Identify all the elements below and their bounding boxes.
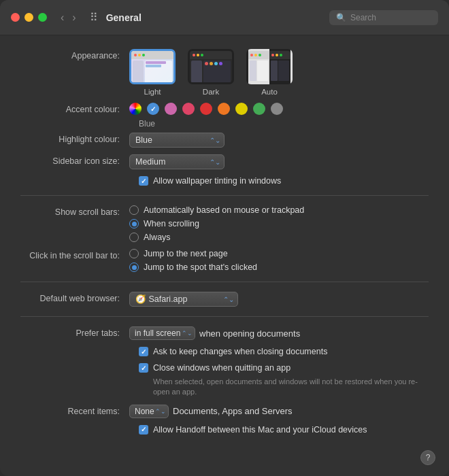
- wallpaper-tinting-row: ✓ Allow wallpaper tinting in windows: [20, 176, 429, 186]
- minimize-button[interactable]: [24, 13, 33, 22]
- appearance-label: Appearance:: [20, 49, 129, 61]
- wallpaper-control: ✓ Allow wallpaper tinting in windows: [139, 176, 429, 186]
- ask-keep-changes-row: ✓ Ask to keep changes when closing docum…: [20, 347, 429, 356]
- appearance-auto-thumb: [246, 49, 293, 84]
- search-icon: 🔍: [336, 13, 346, 22]
- default-browser-row: Default web browser: 🧭 Safari.app: [20, 292, 429, 307]
- titlebar-title: General: [106, 12, 321, 23]
- appearance-dark-thumb: [188, 49, 234, 84]
- recent-items-select[interactable]: None: [129, 405, 169, 418]
- ask-keep-changes-checkbox[interactable]: ✓: [139, 347, 148, 356]
- recent-items-control: None Documents, Apps and Servers: [129, 405, 429, 418]
- appearance-light-label: Light: [144, 88, 161, 96]
- recent-items-row: Recent items: None Documents, Apps and S…: [20, 405, 429, 418]
- default-browser-label: Default web browser:: [20, 292, 129, 303]
- handoff-row: ✓ Allow Handoff between this Mac and you…: [20, 425, 429, 435]
- content-area: Appearance:: [0, 35, 449, 476]
- close-button[interactable]: [11, 13, 20, 22]
- handoff-label: Allow Handoff between this Mac and your …: [153, 425, 367, 435]
- default-browser-control: 🧭 Safari.app: [129, 292, 429, 307]
- click-next-page-radio[interactable]: [129, 249, 139, 258]
- sidebar-icon-size-select[interactable]: Medium: [129, 154, 224, 169]
- accent-selected-name: Blue: [139, 119, 155, 129]
- prefer-tabs-row: Prefer tabs: in full screen when opening…: [20, 326, 429, 340]
- prefer-tabs-label: Prefer tabs:: [20, 326, 129, 338]
- click-scroll-radio-group: Jump to the next page Jump to the spot t…: [129, 249, 257, 272]
- ask-keep-changes-label: Ask to keep changes when closing documen…: [153, 347, 327, 356]
- grid-icon[interactable]: ⠿: [90, 11, 98, 24]
- accent-colour-control: [129, 103, 429, 115]
- accent-purple[interactable]: [165, 103, 177, 115]
- search-bar: 🔍: [329, 10, 438, 25]
- forward-button[interactable]: ›: [69, 11, 78, 24]
- back-button[interactable]: ‹: [58, 11, 67, 24]
- close-windows-control: ✓ Close windows when quitting an app Whe…: [139, 363, 429, 398]
- help-button[interactable]: ?: [420, 450, 435, 465]
- appearance-light[interactable]: Light: [129, 49, 176, 96]
- appearance-auto-label: Auto: [261, 88, 278, 96]
- scroll-auto-label: Automatically based on mouse or trackpad: [144, 205, 304, 215]
- highlight-colour-select-wrapper: Blue: [129, 133, 224, 148]
- recent-items-label: Recent items:: [20, 405, 129, 416]
- default-browser-select-wrapper: 🧭 Safari.app: [129, 292, 238, 307]
- handoff-checkbox[interactable]: ✓: [139, 425, 148, 435]
- scroll-always-label: Always: [144, 233, 171, 242]
- wallpaper-checkbox[interactable]: ✓: [139, 176, 148, 186]
- close-windows-subtext: When selected, open documents and window…: [139, 377, 429, 398]
- highlight-colour-select[interactable]: Blue: [129, 133, 224, 148]
- prefer-tabs-select[interactable]: in full screen: [129, 326, 195, 340]
- ask-keep-changes-control: ✓ Ask to keep changes when closing docum…: [139, 347, 429, 356]
- close-windows-checkbox[interactable]: ✓: [139, 363, 148, 373]
- accent-red[interactable]: [200, 103, 212, 115]
- click-spot-clicked-radio[interactable]: [129, 262, 139, 272]
- appearance-options: Light: [129, 49, 293, 96]
- scroll-when-scrolling-radio[interactable]: [129, 219, 139, 228]
- traffic-lights: [11, 13, 47, 22]
- sidebar-icon-size-label: Sidebar icon size:: [20, 154, 129, 166]
- accent-green[interactable]: [253, 103, 265, 115]
- accent-yellow[interactable]: [235, 103, 248, 115]
- accent-orange[interactable]: [218, 103, 230, 115]
- click-spot-clicked-label: Jump to the spot that's clicked: [144, 262, 257, 272]
- scroll-always-item: Always: [129, 233, 304, 242]
- divider-1: [20, 195, 429, 196]
- titlebar: ‹ › ⠿ General 🔍: [0, 0, 449, 35]
- recent-items-suffix: Documents, Apps and Servers: [173, 406, 293, 416]
- click-scroll-bar-row: Click in the scroll bar to: Jump to the …: [20, 249, 429, 272]
- click-next-page-item: Jump to the next page: [129, 249, 257, 258]
- scroll-always-radio[interactable]: [129, 233, 139, 242]
- appearance-dark-label: Dark: [203, 88, 219, 96]
- highlight-colour-row: Highlight colour: Blue: [20, 133, 429, 148]
- accent-colors: [129, 103, 283, 115]
- show-scroll-bars-row: Show scroll bars: Automatically based on…: [20, 205, 429, 242]
- search-input[interactable]: [350, 13, 431, 22]
- accent-blue[interactable]: [147, 103, 159, 115]
- maximize-button[interactable]: [38, 13, 47, 22]
- scroll-auto-item: Automatically based on mouse or trackpad: [129, 205, 304, 215]
- appearance-control: Light: [129, 49, 429, 96]
- appearance-auto[interactable]: Auto: [246, 49, 293, 96]
- click-scroll-bar-control: Jump to the next page Jump to the spot t…: [129, 249, 429, 272]
- highlight-colour-label: Highlight colour:: [20, 133, 129, 144]
- appearance-dark[interactable]: Dark: [188, 49, 234, 96]
- divider-2: [20, 282, 429, 282]
- scroll-bars-radio-group: Automatically based on mouse or trackpad…: [129, 205, 304, 242]
- show-scroll-bars-control: Automatically based on mouse or trackpad…: [129, 205, 429, 242]
- accent-multicolor[interactable]: [129, 103, 142, 115]
- close-windows-label: Close windows when quitting an app: [153, 363, 290, 373]
- highlight-colour-control: Blue: [129, 133, 429, 148]
- appearance-row: Appearance:: [20, 49, 429, 96]
- recent-items-select-wrapper: None: [129, 405, 169, 418]
- accent-graphite[interactable]: [271, 103, 283, 115]
- scroll-auto-radio[interactable]: [129, 205, 139, 215]
- sidebar-icon-size-control: Medium: [129, 154, 429, 169]
- default-browser-select[interactable]: 🧭 Safari.app: [129, 292, 238, 307]
- sidebar-icon-size-select-wrapper: Medium: [129, 154, 224, 169]
- scroll-when-scrolling-label: When scrolling: [144, 219, 199, 228]
- divider-3: [20, 316, 429, 317]
- appearance-light-thumb: [129, 49, 176, 84]
- click-scroll-bar-label: Click in the scroll bar to:: [20, 249, 129, 260]
- show-scroll-bars-label: Show scroll bars:: [20, 205, 129, 217]
- nav-arrows: ‹ ›: [58, 11, 79, 24]
- accent-pink[interactable]: [182, 103, 195, 115]
